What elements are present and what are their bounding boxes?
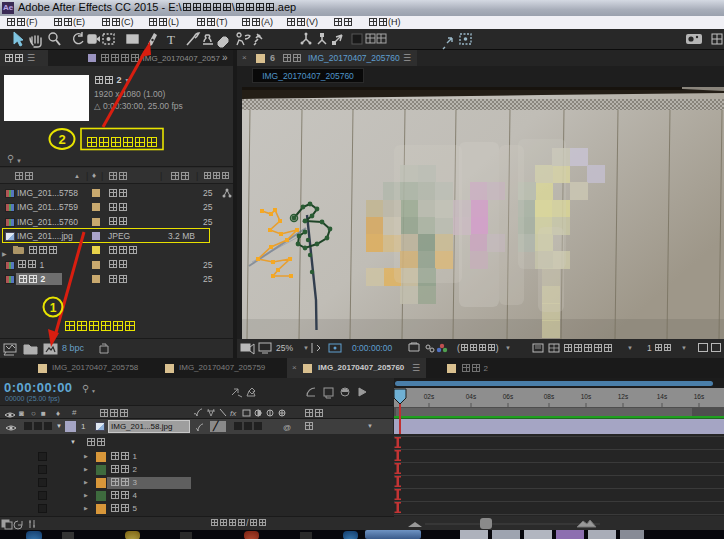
- svg-text:fx: fx: [230, 409, 237, 418]
- svg-text:08s: 08s: [544, 393, 555, 400]
- svg-text:04s: 04s: [466, 393, 477, 400]
- svg-text:16s: 16s: [694, 393, 705, 400]
- svg-text:12s: 12s: [618, 393, 629, 400]
- svg-text:14s: 14s: [657, 393, 668, 400]
- svg-text:10s: 10s: [581, 393, 592, 400]
- svg-text:T: T: [167, 32, 175, 47]
- svg-text:02s: 02s: [424, 393, 435, 400]
- svg-text:06s: 06s: [503, 393, 514, 400]
